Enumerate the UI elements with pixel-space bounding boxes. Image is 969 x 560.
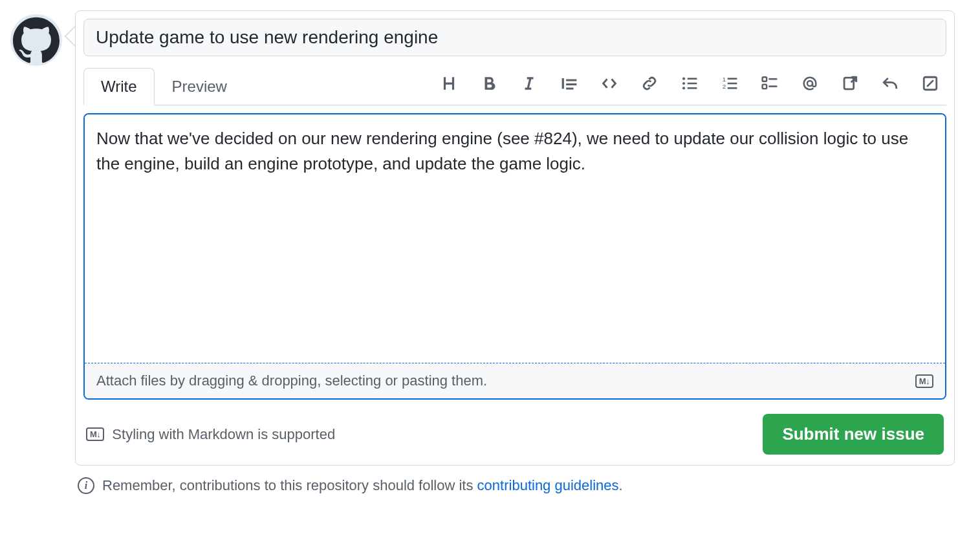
footer-row: M↓ Styling with Markdown is supported Su…: [83, 414, 946, 457]
title-input[interactable]: [83, 19, 946, 56]
svg-rect-8: [728, 78, 737, 80]
guidelines-suffix: .: [619, 477, 623, 493]
italic-icon[interactable]: [518, 72, 540, 94]
attach-hint-text: Attach files by dragging & dropping, sel…: [96, 372, 487, 389]
heading-icon[interactable]: [438, 72, 460, 94]
link-icon[interactable]: [638, 72, 660, 94]
tab-write[interactable]: Write: [83, 68, 155, 105]
svg-rect-9: [728, 82, 737, 84]
editor-tabs-row: Write Preview: [83, 68, 946, 105]
markdown-hint-text: Styling with Markdown is supported: [112, 426, 335, 443]
guidelines-link[interactable]: contributing guidelines: [477, 477, 619, 493]
bullet-list-icon[interactable]: [679, 72, 701, 94]
svg-rect-12: [763, 84, 767, 89]
svg-rect-10: [728, 87, 737, 89]
tasklist-icon[interactable]: [759, 72, 781, 94]
mention-icon[interactable]: [799, 72, 821, 94]
code-icon[interactable]: [598, 72, 620, 94]
svg-rect-5: [688, 87, 697, 89]
attach-hint-bar[interactable]: Attach files by dragging & dropping, sel…: [85, 363, 945, 398]
body-textarea[interactable]: [85, 114, 945, 360]
markdown-badge-icon: M↓: [86, 427, 104, 441]
guidelines-prefix: Remember, contributions to this reposito…: [102, 477, 477, 493]
editor-container: Attach files by dragging & dropping, sel…: [83, 113, 946, 400]
svg-rect-13: [768, 78, 777, 80]
speech-arrow: [65, 26, 75, 47]
svg-rect-16: [844, 78, 854, 89]
markdown-badge-icon: M↓: [915, 374, 933, 388]
numbered-list-icon[interactable]: 12: [719, 72, 741, 94]
quote-icon[interactable]: [558, 72, 580, 94]
svg-rect-3: [688, 78, 697, 80]
svg-rect-4: [688, 82, 697, 84]
bold-icon[interactable]: [478, 72, 500, 94]
info-icon: i: [78, 477, 94, 494]
svg-point-0: [682, 77, 685, 80]
cross-reference-icon[interactable]: [839, 72, 861, 94]
guidelines-row: i Remember, contributions to this reposi…: [78, 477, 955, 494]
markdown-hint[interactable]: M↓ Styling with Markdown is supported: [86, 426, 335, 443]
svg-point-1: [682, 81, 685, 84]
tab-preview[interactable]: Preview: [155, 68, 245, 105]
formatting-toolbar: 12: [438, 72, 946, 101]
submit-button[interactable]: Submit new issue: [763, 414, 944, 455]
diff-icon[interactable]: [919, 72, 941, 94]
svg-rect-14: [768, 85, 777, 87]
svg-rect-11: [763, 77, 767, 81]
svg-point-2: [682, 87, 685, 89]
svg-text:1: 1: [723, 75, 726, 82]
reply-icon[interactable]: [879, 72, 901, 94]
issue-form: Write Preview: [75, 10, 955, 466]
avatar: [10, 14, 62, 66]
svg-text:2: 2: [723, 83, 726, 90]
